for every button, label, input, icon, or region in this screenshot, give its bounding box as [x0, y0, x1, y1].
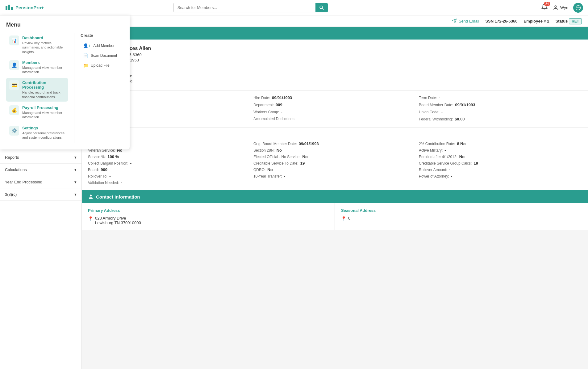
reports-chevron: ▾: [74, 155, 77, 160]
primary-address-line1: 028 Armory Drive: [95, 216, 141, 220]
contact-section-header: Contact Information: [82, 190, 588, 203]
workers-comp-label: Workers Comp:: [253, 110, 279, 114]
board-label: Board:: [88, 168, 99, 172]
collect-bargain-value: -: [130, 161, 131, 166]
reports-label: Reports: [5, 155, 19, 160]
service-pct-field: Service %: 100 %: [88, 154, 251, 159]
3-8-c-label: 3(8)(c): [5, 192, 17, 197]
menu-item-contribution[interactable]: 💳 Contribution Processing Handle, record…: [6, 78, 68, 102]
creditable-service-group-field: Creditable Service Group Calcs: 19: [419, 161, 582, 166]
menu-item-settings[interactable]: ⚙️ Settings Adjust personal preferences …: [6, 123, 68, 142]
union-code-value: -: [441, 110, 443, 114]
fed-withholding-label: Federal Withholding:: [419, 117, 453, 121]
menu-right: Create 👤+ Add Member 📄 Scan Document 📁 U…: [74, 33, 123, 143]
orig-board-date-label: Orig. Board Member Date:: [253, 142, 297, 146]
creditable-service-value: 19: [300, 161, 305, 166]
creditable-service-label: Creditable Service To Date:: [253, 161, 298, 166]
seasonal-address-value: 0: [348, 216, 350, 220]
menu-payroll-desc: Manage and view member information.: [22, 111, 65, 120]
menu-dashboard-label: Dashboard: [22, 36, 65, 40]
federal-withholding-field: Federal Withholding: $0.00: [419, 117, 582, 121]
enrolled-after-value: No: [459, 154, 465, 159]
orig-board-date-value: 09/01/1993: [299, 141, 319, 146]
sidebar-item-3-8-c[interactable]: 3(8)(c) ▾: [0, 188, 81, 201]
member-info-section: Member Info Member Number: 16742 Orig. B…: [82, 128, 588, 190]
rollover-amount-label: Rollover Amount:: [419, 168, 447, 172]
menu-item-dashboard[interactable]: 📊 Dashboard Review key metrics, summarie…: [6, 33, 68, 57]
section-28n-value: No: [277, 148, 282, 153]
notifications-bell[interactable]: 84: [541, 4, 548, 11]
enrolled-after-field: Enrolled after 4/1/2012: No: [419, 154, 582, 159]
menu-dashboard-desc: Review key metrics, summaries, and actio…: [22, 41, 65, 54]
add-member-icon: 👤+: [83, 43, 91, 48]
payroll-icon: 💰: [9, 105, 19, 115]
calculations-chevron: ▾: [74, 167, 77, 172]
enrolled-after-label: Enrolled after 4/1/2012:: [419, 155, 457, 159]
app-name: PensionPro+: [15, 5, 44, 10]
top-nav-right: 84 Wyn: [541, 3, 583, 13]
sidebar-item-calculations[interactable]: Calculations ▾: [0, 164, 81, 176]
rollover-to-field: Rollover To: -: [88, 174, 251, 178]
send-email-button[interactable]: Send Email: [452, 19, 479, 23]
org-logo[interactable]: [573, 3, 583, 13]
3-8-c-chevron: ▾: [74, 192, 77, 197]
create-add-member[interactable]: 👤+ Add Member: [81, 41, 123, 50]
menu-title: Menu: [6, 22, 123, 28]
active-military-field: Active Military: -: [419, 148, 582, 153]
menu-grid: 📊 Dashboard Review key metrics, summarie…: [6, 33, 123, 143]
menu-item-members[interactable]: 👤 Members Manage and view member informa…: [6, 58, 68, 77]
primary-address: 📍 028 Armory Drive Lewisburg TN 37091000…: [88, 216, 328, 225]
creditable-service-group-value: 19: [473, 161, 478, 166]
year-end-chevron: ▾: [74, 180, 77, 184]
add-member-label: Add Member: [93, 44, 115, 48]
search-button[interactable]: [315, 3, 328, 12]
search-input[interactable]: [173, 3, 315, 12]
create-upload-file[interactable]: 📁 Upload File: [81, 61, 123, 70]
menu-members-label: Members: [22, 60, 65, 65]
rollover-amount-field: Rollover Amount: -: [419, 167, 582, 172]
rollover-amount-value: -: [449, 167, 450, 172]
main-content: Send Email SSN 172-26-6360 Employee # 2 …: [82, 15, 588, 369]
sidebar-item-reports[interactable]: Reports ▾: [0, 151, 81, 164]
primary-address-header: Primary Address: [88, 208, 328, 213]
ten-year-transfer-value: -: [284, 174, 285, 178]
member-info-section-header: Member Info: [88, 133, 582, 138]
term-date-label: Term Date:: [419, 96, 437, 100]
calculations-label: Calculations: [5, 167, 27, 172]
search-bar: [173, 3, 328, 12]
primary-address-line2: Lewisburg TN 370910000: [95, 220, 141, 225]
create-scan-document[interactable]: 📄 Scan Document: [81, 51, 123, 60]
sidebar-item-year-end[interactable]: Year End Processing ▾: [0, 176, 81, 188]
svg-point-5: [555, 6, 557, 7]
rollover-to-label: Rollover To:: [88, 174, 107, 178]
menu-item-payroll[interactable]: 💰 Payroll Processing Manage and view mem…: [6, 103, 68, 122]
dashboard-icon: 📊: [9, 36, 19, 45]
user-menu[interactable]: Wyn: [553, 5, 568, 10]
accum-ded-label: Accumulated Deductions:: [253, 117, 295, 121]
department-label: Department:: [253, 103, 274, 107]
contact-grid: Primary Address 📍 028 Armory Drive Lewis…: [82, 203, 588, 230]
board-member-date-field: Board Member Date: 09/01/1993: [419, 103, 582, 107]
service-pct-label: Service %:: [88, 155, 106, 159]
term-date-field: Term Date: -: [419, 95, 582, 100]
app-logo[interactable]: PensionPro+: [5, 3, 67, 12]
active-military-label: Active Military:: [419, 148, 443, 153]
department-value: 009: [276, 103, 282, 107]
collect-bargain-field: Collect Bargain Position: -: [88, 161, 251, 166]
creditable-service-field: Creditable Service To Date: 19: [253, 161, 416, 166]
hire-date-label: Hire Date:: [253, 96, 270, 100]
menu-settings-label: Settings: [22, 126, 65, 130]
power-of-attorney-field: Power of Attorney: -: [419, 174, 582, 178]
svg-rect-0: [6, 6, 7, 10]
board-value: 900: [101, 167, 107, 172]
menu-contribution-label: Contribution Processing: [22, 80, 65, 90]
qdro-field: QDRO: No: [253, 167, 416, 172]
union-code-field: Union Code: -: [419, 110, 582, 114]
hire-date-field: Hire Date: 09/01/1993: [253, 95, 416, 100]
notification-count: 84: [544, 2, 550, 6]
ten-year-transfer-label: 10-Year Transfer:: [253, 174, 282, 178]
members-icon: 👤: [9, 60, 19, 70]
contribution-rate-label: 2% Contribution Rate:: [419, 142, 455, 146]
seasonal-address-col: Seasonal Address 📍 0: [335, 203, 588, 230]
create-title: Create: [81, 33, 123, 38]
